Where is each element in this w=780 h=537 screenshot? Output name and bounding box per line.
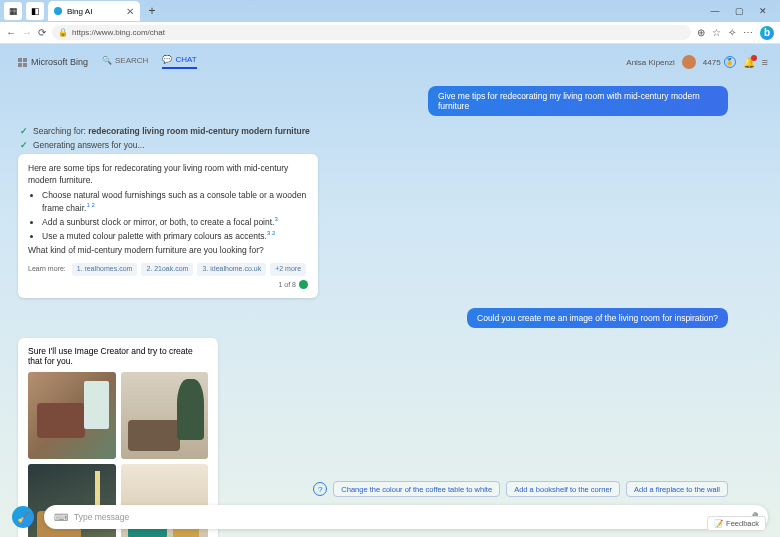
menu-icon[interactable]: ⋯ <box>743 27 753 38</box>
microsoft-bing-logo[interactable]: Microsoft Bing <box>18 57 88 67</box>
tab-search[interactable]: 🔍 SEARCH <box>102 56 148 68</box>
trophy-icon: 🏅 <box>724 56 736 68</box>
avatar[interactable] <box>682 55 696 69</box>
generated-image[interactable] <box>28 372 116 460</box>
user-message: Give me tips for redecorating my living … <box>428 86 728 116</box>
status-searching: ✓ Searching for: redecorating living roo… <box>20 126 768 136</box>
chat-input[interactable]: ⌨ Type message 🎤 <box>44 505 768 529</box>
search-icon: 🔍 <box>102 56 112 65</box>
back-button[interactable]: ← <box>6 27 16 38</box>
maximize-button[interactable]: ▢ <box>732 6 746 16</box>
read-aloud-icon[interactable]: ⊕ <box>697 27 705 38</box>
suggestions-row: ? Change the colour of the coffee table … <box>12 481 768 497</box>
workspaces-button[interactable]: ◧ <box>26 2 44 20</box>
rewards-points[interactable]: 4475 🏅 <box>703 56 736 68</box>
source-link[interactable]: 1. realhomes.com <box>72 263 138 276</box>
chat-icon: 💬 <box>162 55 172 64</box>
ai-image-intro: Sure I'll use Image Creator and try to c… <box>28 346 208 366</box>
generated-image[interactable] <box>121 372 209 460</box>
tab-title: Bing AI <box>67 7 92 16</box>
user-name: Anisa Kipenzi <box>626 58 674 67</box>
source-link[interactable]: 2. 21oak.com <box>141 263 193 276</box>
input-placeholder: Type message <box>74 512 129 522</box>
help-icon[interactable]: ? <box>313 482 327 496</box>
response-count: 1 of 8 <box>278 280 296 290</box>
ai-tip: Add a sunburst clock or mirror, or both,… <box>42 217 274 227</box>
suggestion-chip[interactable]: Change the colour of the coffee table to… <box>333 481 500 497</box>
bing-sidebar-button[interactable]: b <box>760 26 774 40</box>
close-icon[interactable]: ✕ <box>126 6 134 17</box>
learn-more-label: Learn more: <box>28 264 66 274</box>
source-link[interactable]: 3. idealhome.co.uk <box>197 263 266 276</box>
ai-tip: Use a muted colour palette with primary … <box>42 231 267 241</box>
notifications-button[interactable]: 🔔 <box>743 57 755 68</box>
ai-intro: Here are some tips for redecorating your… <box>28 162 308 187</box>
suggestion-chip[interactable]: Add a bookshelf to the corner <box>506 481 620 497</box>
check-icon: ✓ <box>20 140 28 150</box>
extensions-icon[interactable]: ✧ <box>728 27 736 38</box>
new-topic-button[interactable]: 🧹 <box>12 506 34 528</box>
feedback-button[interactable]: 📝 Feedback <box>707 516 766 531</box>
user-message: Could you create me an image of the livi… <box>467 308 728 328</box>
address-bar-row: ← → ⟳ 🔒 https://www.bing.com/chat ⊕ ☆ ✧ … <box>0 22 780 44</box>
ai-tip: Choose natural wood furnishings such as … <box>42 190 306 213</box>
url-text: https://www.bing.com/chat <box>72 28 165 37</box>
feedback-icon: 📝 <box>714 519 723 528</box>
check-icon: ✓ <box>20 126 28 136</box>
count-dot-icon <box>299 280 308 289</box>
tab-actions-button[interactable]: ▦ <box>4 2 22 20</box>
ai-response-card: Here are some tips for redecorating your… <box>18 154 318 298</box>
source-more[interactable]: +2 more <box>270 263 306 276</box>
forward-button[interactable]: → <box>22 27 32 38</box>
lock-icon: 🔒 <box>58 28 68 37</box>
browser-titlebar: ▦ ◧ Bing AI ✕ + — ▢ ✕ <box>0 0 780 22</box>
window-close-button[interactable]: ✕ <box>756 6 770 16</box>
tab-chat[interactable]: 💬 CHAT <box>162 55 196 69</box>
minimize-button[interactable]: — <box>708 6 722 16</box>
bing-icon <box>54 7 62 15</box>
address-bar[interactable]: 🔒 https://www.bing.com/chat <box>52 25 691 40</box>
page-header: Microsoft Bing 🔍 SEARCH 💬 CHAT Anisa Kip… <box>18 52 768 72</box>
browser-tab[interactable]: Bing AI ✕ <box>48 1 140 21</box>
refresh-button[interactable]: ⟳ <box>38 27 46 38</box>
suggestion-chip[interactable]: Add a fireplace to the wall <box>626 481 728 497</box>
hamburger-menu[interactable]: ≡ <box>762 56 768 68</box>
status-generating: ✓ Generating answers for you... <box>20 140 768 150</box>
favorites-icon[interactable]: ☆ <box>712 27 721 38</box>
ai-followup: What kind of mid-century modern furnitur… <box>28 244 308 256</box>
new-tab-button[interactable]: + <box>144 3 160 19</box>
keyboard-icon: ⌨ <box>54 512 68 523</box>
